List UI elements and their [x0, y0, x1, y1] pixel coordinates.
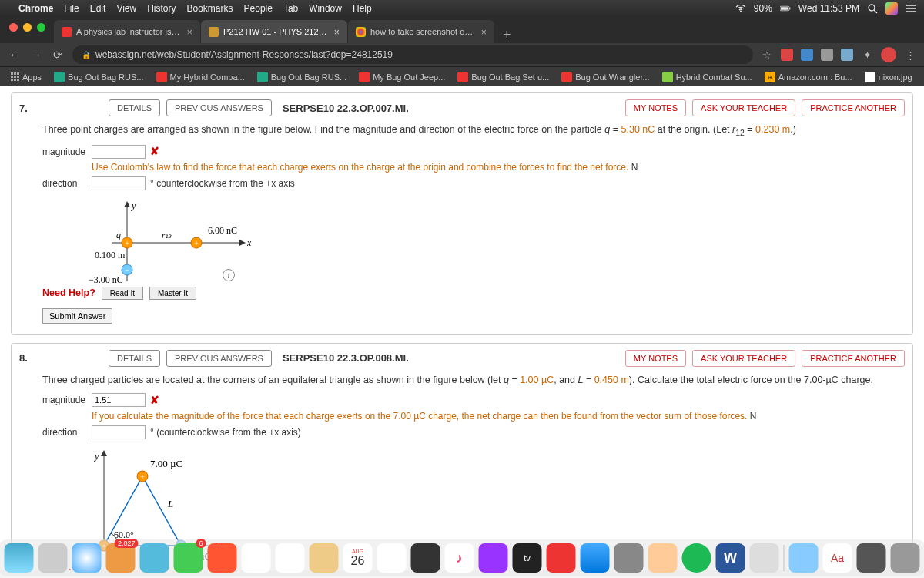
forward-button[interactable]: → — [29, 49, 43, 61]
bookmark-item[interactable]: Stainless Steel Bo... — [920, 69, 924, 85]
previous-answers-button[interactable]: PREVIOUS ANSWERS — [166, 99, 272, 116]
dock-launchpad[interactable] — [38, 543, 68, 573]
dock-tv[interactable]: tv — [513, 543, 542, 573]
my-notes-button[interactable]: MY NOTES — [625, 350, 686, 367]
dock-app[interactable] — [857, 543, 886, 573]
ask-teacher-button[interactable]: ASK YOUR TEACHER — [692, 99, 795, 116]
hint-text: If you calculate the magnitude of the fo… — [92, 409, 882, 423]
practice-another-button[interactable]: PRACTICE ANOTHER — [802, 350, 905, 367]
siri-icon[interactable] — [886, 2, 898, 15]
menu-help[interactable]: Help — [353, 3, 372, 14]
menu-history[interactable]: History — [147, 3, 176, 14]
bookmark-item[interactable]: Bug Out Bag RUS... — [49, 69, 148, 85]
star-icon[interactable]: ☆ — [761, 49, 773, 61]
close-tab-icon[interactable]: × — [333, 26, 340, 38]
dock-dictionary[interactable]: Aa — [823, 543, 852, 573]
dock-app[interactable] — [310, 543, 339, 573]
details-button[interactable]: DETAILS — [109, 99, 160, 116]
new-tab-button[interactable]: + — [495, 27, 519, 43]
back-button[interactable]: ← — [8, 49, 22, 61]
dock-app[interactable] — [208, 543, 237, 573]
question-8: 8. DETAILS PREVIOUS ANSWERS SERPSE10 22.… — [11, 343, 913, 570]
dock-app[interactable] — [547, 543, 576, 573]
puzzle-icon[interactable]: ✦ — [861, 49, 873, 61]
direction-input[interactable] — [92, 425, 146, 439]
wifi-icon[interactable] — [735, 3, 746, 14]
bookmark-item[interactable]: Hybrid Combat Su... — [658, 69, 757, 85]
menu-people[interactable]: People — [244, 3, 273, 14]
menu-edit[interactable]: Edit — [90, 3, 106, 14]
reload-button[interactable]: ⟳ — [51, 49, 65, 61]
dock-messages[interactable]: 6 — [174, 543, 203, 573]
tab-3[interactable]: how to take screenshot on mac × — [348, 20, 494, 43]
submit-answer-button[interactable]: Submit Answer — [42, 308, 112, 324]
dock-app[interactable] — [750, 543, 779, 573]
magnitude-input[interactable] — [92, 145, 146, 159]
dock-word[interactable]: W — [716, 543, 745, 573]
magnitude-input[interactable] — [92, 393, 146, 407]
extension-icon-4[interactable] — [841, 49, 853, 61]
menu-file[interactable]: File — [64, 3, 79, 14]
tab-1[interactable]: A physics lab instructor is work × — [54, 20, 200, 43]
dock-trash[interactable] — [891, 543, 920, 573]
maximize-window-button[interactable] — [37, 23, 45, 32]
svg-text:−3.00 nC: −3.00 nC — [89, 274, 123, 285]
dock-spotify[interactable] — [682, 543, 711, 573]
app-name[interactable]: Chrome — [18, 3, 53, 14]
menu-tab[interactable]: Tab — [283, 3, 298, 14]
dock-safari[interactable] — [72, 543, 102, 573]
dock-music[interactable]: ♪ — [445, 543, 474, 573]
previous-answers-button[interactable]: PREVIOUS ANSWERS — [166, 350, 272, 367]
bookmark-item[interactable]: Bug Out Bag RUS... — [253, 69, 351, 85]
dock-app[interactable] — [242, 543, 271, 573]
url-input[interactable]: 🔒 webassign.net/web/Student/Assignment-R… — [72, 45, 753, 64]
dock-podcasts[interactable] — [479, 543, 508, 573]
dock-folder[interactable] — [789, 543, 819, 573]
details-button[interactable]: DETAILS — [109, 350, 160, 367]
tab-favicon — [62, 27, 72, 37]
clock[interactable]: Wed 11:53 PM — [798, 3, 859, 14]
practice-another-button[interactable]: PRACTICE ANOTHER — [802, 99, 905, 116]
bookmark-item[interactable]: Bug Out Wrangler... — [557, 69, 654, 85]
svg-text:+: + — [140, 472, 145, 481]
dock-photos[interactable] — [276, 543, 305, 573]
close-window-button[interactable] — [9, 23, 18, 32]
bookmark-item[interactable]: Bug Out Bag Set u... — [453, 69, 554, 85]
minimize-window-button[interactable] — [23, 23, 32, 32]
bookmark-item[interactable]: My Hybrid Comba... — [152, 69, 249, 85]
svg-point-4 — [869, 5, 875, 11]
svg-text:+: + — [125, 239, 129, 247]
badge: 2,027 — [115, 539, 139, 548]
dock-app[interactable] — [377, 543, 407, 573]
close-tab-icon[interactable]: × — [186, 26, 192, 38]
dock-app[interactable]: 2,027 — [106, 543, 136, 573]
menu-view[interactable]: View — [116, 3, 136, 14]
ask-teacher-button[interactable]: ASK YOUR TEACHER — [692, 350, 795, 367]
info-icon[interactable]: i — [223, 269, 235, 281]
bookmark-item[interactable]: aAmazon.com : Bu... — [760, 69, 857, 85]
dock-app[interactable] — [140, 543, 169, 573]
dock-app[interactable] — [411, 543, 440, 573]
bookmark-item[interactable]: nixon.jpg — [860, 69, 917, 85]
dock-app[interactable] — [648, 543, 678, 573]
apps-button[interactable]: Apps — [6, 70, 46, 84]
extension-icon-2[interactable] — [801, 49, 813, 61]
dock-settings[interactable] — [614, 543, 644, 573]
tab-2[interactable]: P212 HW 01 - PHYS 212 - Fall × — [201, 20, 347, 43]
extension-icon-3[interactable] — [821, 49, 833, 61]
kebab-menu-icon[interactable]: ⋮ — [904, 49, 916, 61]
direction-input[interactable] — [92, 176, 146, 190]
bookmark-item[interactable]: My Bug Out Jeep... — [354, 69, 450, 85]
spotlight-icon[interactable] — [867, 3, 878, 14]
dock-appstore[interactable] — [581, 543, 610, 573]
notifications-icon[interactable] — [906, 3, 916, 14]
dock-finder[interactable] — [5, 543, 34, 573]
extension-icon-1[interactable] — [781, 49, 793, 61]
profile-avatar[interactable] — [881, 47, 896, 62]
dock-calendar[interactable]: AUG26 — [343, 543, 373, 573]
menu-window[interactable]: Window — [309, 3, 342, 14]
menu-bookmarks[interactable]: Bookmarks — [187, 3, 233, 14]
close-tab-icon[interactable]: × — [480, 26, 487, 38]
bookmark-favicon — [54, 72, 65, 82]
my-notes-button[interactable]: MY NOTES — [625, 99, 686, 116]
